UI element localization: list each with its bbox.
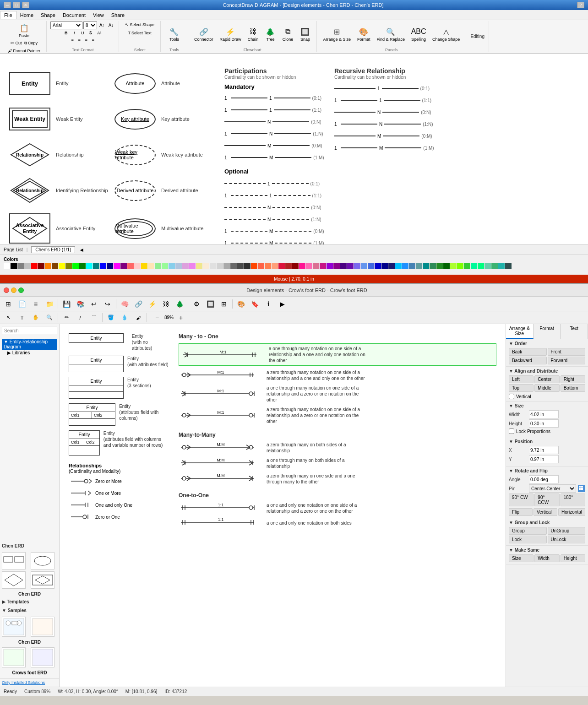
bottom-center-canvas[interactable]: Entity Entity(with no attributes) Entity… — [60, 324, 506, 687]
text-tab[interactable]: Text — [561, 324, 588, 339]
unlock-button[interactable]: UnLock — [548, 536, 586, 543]
strikethrough-button[interactable]: S̶ — [87, 30, 94, 36]
redo-button[interactable]: ↪ — [101, 298, 114, 309]
color-swatch[interactable] — [244, 263, 250, 269]
color-swatch[interactable] — [203, 263, 209, 269]
cut-button[interactable]: ✂ Cut — [10, 40, 23, 47]
smart-button[interactable]: 🧠 — [118, 298, 131, 309]
help-button[interactable]: ? — [577, 2, 584, 8]
color-swatch[interactable] — [72, 263, 79, 269]
color-swatch[interactable] — [320, 263, 326, 269]
crow-entity-2-box[interactable]: Entity — [69, 356, 124, 372]
chain-b-button[interactable]: ⛓ — [159, 298, 172, 309]
color-swatch[interactable] — [251, 263, 257, 269]
color-swatch[interactable] — [505, 263, 512, 269]
menu-document[interactable]: Document — [59, 11, 89, 19]
color-swatch[interactable] — [65, 263, 72, 269]
backward-button[interactable]: Backward — [509, 357, 547, 364]
align-center-button[interactable]: Center — [534, 375, 559, 383]
entity-shape[interactable]: Entity — [9, 72, 50, 95]
make-same-width-button[interactable]: Width — [534, 554, 559, 562]
thumbnail-2[interactable] — [31, 552, 54, 569]
thumbnail-4[interactable] — [31, 571, 54, 589]
crow-entity-3-box[interactable]: Entity — [69, 377, 124, 399]
color-swatch[interactable] — [292, 263, 299, 269]
pan-tool[interactable]: ✋ — [29, 312, 42, 323]
font-size-select[interactable]: 8 — [83, 21, 97, 29]
color-swatch[interactable] — [491, 263, 498, 269]
justify-button[interactable]: ≡ — [90, 37, 96, 43]
library-button[interactable]: 📚 — [74, 298, 87, 309]
attribute-shape[interactable]: Attribute — [114, 73, 156, 94]
color-swatch[interactable] — [155, 263, 161, 269]
weak-key-attribute-shape[interactable]: Weak key attribute — [114, 145, 156, 165]
y-input[interactable] — [529, 455, 559, 463]
menu-file[interactable]: File — [0, 11, 16, 19]
restore-button[interactable]: □ — [13, 2, 20, 8]
color-swatch[interactable] — [361, 263, 367, 269]
align-center-button[interactable]: ≡ — [76, 37, 82, 43]
color-swatch[interactable] — [162, 263, 168, 269]
color-swatch[interactable] — [471, 263, 477, 269]
color-swatch[interactable] — [327, 263, 333, 269]
dropper-tool[interactable]: 💧 — [118, 312, 131, 323]
color-swatch[interactable] — [272, 263, 278, 269]
color-swatch[interactable] — [38, 263, 44, 269]
bold-button[interactable]: B — [62, 30, 70, 36]
font-grow-button[interactable]: A↑ — [98, 22, 106, 29]
text-tool[interactable]: T — [16, 312, 28, 323]
pointer-tool[interactable]: ↖ — [2, 312, 15, 323]
maximize-traffic-light[interactable] — [18, 287, 24, 293]
color-swatch[interactable] — [134, 263, 141, 269]
color-swatch[interactable] — [24, 263, 31, 269]
forward-button[interactable]: Forward — [548, 357, 586, 364]
color-swatch[interactable] — [402, 263, 408, 269]
color-swatch[interactable] — [306, 263, 312, 269]
color-swatch[interactable] — [285, 263, 292, 269]
mm-row-1[interactable]: M:M a zero through many on both sides of… — [179, 442, 496, 454]
clone-button[interactable]: ⧉ Clone — [280, 25, 295, 43]
rapid-draw-button[interactable]: ⚡ Rapid Draw — [217, 25, 243, 43]
color-swatch[interactable] — [313, 263, 319, 269]
curve-tool[interactable]: ⌒ — [87, 312, 100, 323]
color-swatch[interactable] — [340, 263, 347, 269]
height-input[interactable] — [529, 419, 559, 428]
solutions-button[interactable]: ⊞ — [2, 298, 15, 309]
color-swatch[interactable] — [265, 263, 271, 269]
width-input[interactable] — [529, 410, 559, 418]
front-button[interactable]: Front — [548, 348, 586, 356]
paste-button[interactable]: 📋 Paste — [16, 21, 32, 39]
chain-button[interactable]: ⛓ Chain — [245, 25, 261, 43]
align-top-button[interactable]: Top — [509, 384, 534, 392]
mm-row-3[interactable]: M:M a zero through many on one side and … — [179, 473, 496, 485]
select-text-button[interactable]: T Select Text — [125, 29, 153, 37]
brush-tool[interactable]: 🖌 — [132, 312, 145, 323]
align-left-button[interactable]: Left — [509, 375, 534, 383]
color-swatch[interactable] — [52, 263, 58, 269]
find-replace-button[interactable]: 🔍 Find & Replace — [375, 25, 408, 43]
sample-chen-2[interactable] — [31, 617, 54, 637]
lock-prop-checkbox[interactable] — [509, 428, 514, 434]
key-attribute-shape[interactable]: Key attribute — [114, 109, 156, 130]
color-swatch[interactable] — [450, 263, 457, 269]
pin-select[interactable]: Center-Center — [529, 484, 576, 493]
connector-b-button[interactable]: 🔗 — [132, 298, 145, 309]
info-button[interactable]: ℹ — [262, 298, 275, 309]
close-button[interactable]: ✕ — [22, 2, 29, 8]
m1-row-2[interactable]: M:1 a zero through many notation on one … — [179, 369, 496, 381]
weak-entity-shape[interactable]: Weak Entity — [9, 108, 50, 130]
m1-row-4[interactable]: M:1 a zero through many notation on one … — [179, 407, 496, 424]
connector-button[interactable]: 🔗 Connector — [192, 25, 216, 43]
sidebar-item-libraries[interactable]: ▶ Libraries — [5, 350, 57, 356]
color-swatch[interactable] — [45, 263, 51, 269]
multivalue-attribute-shape[interactable]: Multivalue attribute — [114, 218, 156, 239]
color-swatch[interactable] — [59, 263, 65, 269]
color-swatch[interactable] — [423, 263, 429, 269]
change-shape-button[interactable]: △ Change Shape — [430, 25, 462, 43]
font-shrink-button[interactable]: A↓ — [107, 22, 115, 29]
color-swatch[interactable] — [79, 263, 86, 269]
thumbnail-3[interactable] — [2, 571, 26, 589]
rotate-180-button[interactable]: 180° — [561, 494, 585, 506]
color-swatch[interactable] — [430, 263, 436, 269]
color-swatch[interactable] — [409, 263, 415, 269]
